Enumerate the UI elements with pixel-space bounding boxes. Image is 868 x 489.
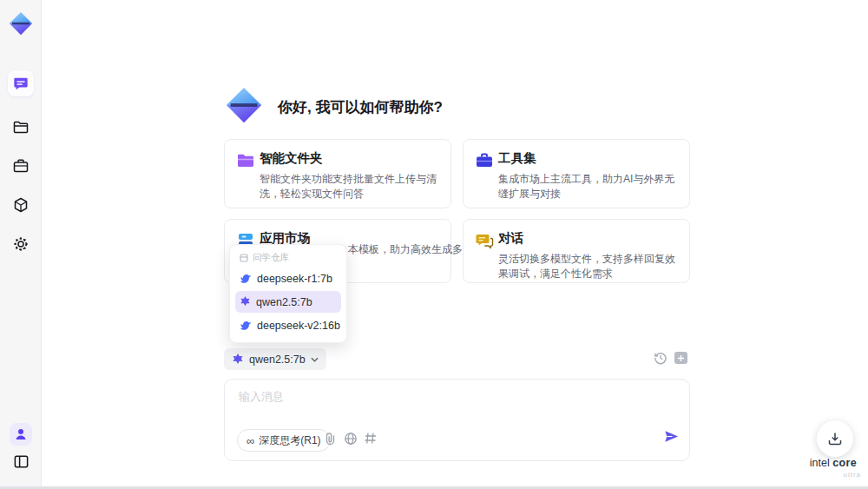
card-dialog[interactable]: 对话 灵活切换多模型文件，支持多样回复效果调试，满足个性化需求 [463,219,690,283]
briefcase-icon [12,157,30,175]
model-option-deepseek-v2[interactable]: deepseek-v2:16b [235,314,341,336]
deep-think-label: 深度思考(R1) [259,433,320,448]
card-title: 工具集 [498,150,536,167]
download-fab[interactable] [817,420,853,457]
new-chat-button[interactable] [674,352,687,364]
chat-icon [13,76,29,91]
composer: ∞ 深度思考(R1) [224,379,690,461]
model-selector-label: qwen2.5:7b [249,354,306,366]
plus-icon [677,354,685,362]
send-icon [663,428,680,445]
sidebar-item-toolbox[interactable] [8,153,34,179]
repository-icon [240,254,248,262]
card-title: 智能文件夹 [260,150,323,167]
history-button[interactable] [654,351,667,365]
intel-product: core [832,457,857,469]
download-icon [827,431,843,446]
app-logo-icon [8,10,34,36]
qwen-icon [232,354,244,366]
card-desc: 智能文件夹功能支持批量文件上传与清洗，轻松实现文件问答 [260,172,444,202]
history-icon [654,351,667,365]
model-option-qwen[interactable]: qwen2.5:7b [235,291,341,313]
sidebar-item-files[interactable] [8,114,34,140]
card-title: 对话 [498,230,523,247]
dialog-icon [475,231,494,250]
greeting-logo-icon [224,85,264,125]
user-icon [14,427,28,441]
sidebar-item-chat[interactable] [8,70,34,96]
app-window: 你好, 我可以如何帮助你? 智能文件夹 智能文件夹功能支持批量文件上传与清洗，轻… [0,0,868,489]
cube-icon [12,196,30,214]
paperclip-icon [324,432,337,446]
smart-folder-icon [236,151,255,170]
sidebar-item-models[interactable] [8,192,34,218]
chevron-down-icon [311,357,319,362]
intel-tier: ultra [806,469,861,480]
sidebar-item-settings[interactable] [8,231,34,257]
message-input[interactable] [237,387,657,426]
deepseek-icon [240,320,252,331]
model-selector[interactable]: qwen2.5:7b [224,348,326,370]
globe-icon [344,432,358,446]
collapse-sidebar-button[interactable] [10,450,32,472]
model-dropdown-header: 问学仓库 [240,252,289,264]
attach-button[interactable] [324,432,337,446]
sidebar [0,0,42,489]
toolset-icon [475,151,494,170]
web-search-button[interactable] [344,432,358,446]
send-button[interactable] [663,428,680,445]
card-desc: 灵活切换多模型文件，支持多样回复效果调试，满足个性化需求 [498,252,682,281]
model-option-deepseek-r1[interactable]: deepseek-r1:7b [235,268,341,289]
sidebar-item-account[interactable] [10,423,32,446]
model-dropdown: 问学仓库 deepseek-r1:7b qwen2.5:7b deepseek-… [229,244,347,343]
qwen-icon [240,296,251,307]
prompt-library-button[interactable] [364,432,377,445]
card-desc: 本模板，助力高效生成多 [348,242,450,257]
card-smart-folder[interactable]: 智能文件夹 智能文件夹功能支持批量文件上传与清洗，轻松实现文件问答 [224,139,451,208]
gear-icon [12,235,30,253]
card-desc: 集成市场上主流工具，助力AI与外界无缝扩展与对接 [498,172,682,202]
panel-icon [13,453,30,470]
deepseek-icon [240,274,252,284]
intel-brand: intel [810,457,830,469]
hash-icon [364,432,377,445]
card-toolset[interactable]: 工具集 集成市场上主流工具，助力AI与外界无缝扩展与对接 [463,139,690,208]
infinity-icon: ∞ [247,435,254,446]
deep-think-toggle[interactable]: ∞ 深度思考(R1) [237,429,331,452]
intel-core-badge: intel core ultra [806,458,861,480]
greeting-title: 你好, 我可以如何帮助你? [278,97,443,117]
folder-icon [12,118,30,135]
